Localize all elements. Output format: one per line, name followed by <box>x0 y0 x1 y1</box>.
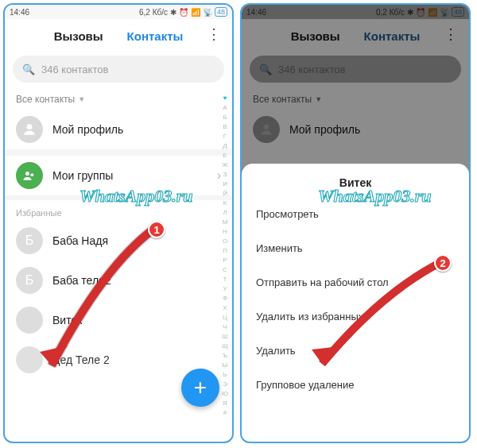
menu-remove-favorite[interactable]: Удалить из избранных <box>242 299 469 334</box>
contact-name: Дед Теле 2 <box>52 353 221 366</box>
tab-contacts[interactable]: Контакты <box>127 29 184 43</box>
phone-left: 14:46 6,2 Кб/с ✱ ⏰ 📶 📡 48 Вызовы Контакт… <box>3 3 234 443</box>
battery-icon: 48 <box>215 7 227 17</box>
phone-right: 14:46 0,2 Кб/с ✱ ⏰ 📶 📡 48 Вызовы Контакт… <box>240 3 471 443</box>
wifi-icon: 📡 <box>203 8 212 17</box>
contact-name: Баба теле2 <box>52 274 221 287</box>
section-favorites: Избранные <box>5 200 232 221</box>
my-groups-row[interactable]: Мои группы › <box>5 156 232 195</box>
svg-point-1 <box>25 172 29 176</box>
status-bar: 14:46 6,2 Кб/с ✱ ⏰ 📶 📡 48 <box>5 5 232 19</box>
search-placeholder: 346 контактов <box>41 64 108 75</box>
add-contact-fab[interactable]: + <box>181 369 219 407</box>
contact-row[interactable]: Витек <box>5 300 232 340</box>
clock: 14:46 <box>10 8 29 17</box>
menu-view[interactable]: Просмотреть <box>242 197 469 231</box>
tab-bar: Вызовы Контакты ⋮ <box>5 19 232 52</box>
menu-delete[interactable]: Удалить <box>242 334 469 368</box>
my-groups-label: Мои группы <box>52 169 207 182</box>
avatar-photo <box>16 307 43 334</box>
net-speed: 6,2 Кб/с <box>139 8 168 17</box>
plus-icon: + <box>194 375 207 400</box>
menu-group-delete[interactable]: Групповое удаление <box>242 368 469 402</box>
person-icon <box>16 116 43 143</box>
bluetooth-icon: ✱ <box>170 8 176 17</box>
filter-label: Все контакты <box>16 94 75 105</box>
sheet-title: Витек <box>242 172 469 197</box>
group-icon <box>16 162 43 189</box>
avatar-initial: Б <box>16 267 43 294</box>
contact-name: Баба Надя <box>52 234 221 247</box>
annotation-badge-1: 1 <box>148 221 165 238</box>
svg-point-0 <box>27 124 33 129</box>
contacts-filter[interactable]: Все контакты ▼ <box>5 89 232 110</box>
menu-send-to-desktop[interactable]: Отправить на рабочий стол <box>242 265 469 299</box>
heart-icon: ♥ <box>220 94 230 103</box>
signal-icon: 📶 <box>191 8 200 17</box>
more-menu-icon[interactable]: ⋮ <box>207 27 221 41</box>
chevron-down-icon: ▼ <box>78 95 85 103</box>
search-input[interactable]: 🔍 346 контактов <box>13 56 224 83</box>
contact-row[interactable]: Б Баба Надя <box>5 221 232 261</box>
annotation-badge-2: 2 <box>434 254 452 272</box>
context-menu-sheet: Витек Просмотреть Изменить Отправить на … <box>242 164 469 442</box>
index-scroller[interactable]: ♥ АБВГДЕЖЗИЙКЛМНОПРСТУФХЦЧШЩЪЫЬЭЮЯ# <box>220 94 230 434</box>
contact-row[interactable]: Б Баба теле2 <box>5 261 232 300</box>
tab-calls[interactable]: Вызовы <box>54 29 103 43</box>
contact-name: Витек <box>52 314 221 326</box>
search-icon: 🔍 <box>22 64 35 75</box>
avatar-photo <box>16 346 43 373</box>
svg-point-2 <box>30 173 33 176</box>
my-profile-row[interactable]: Мой профиль <box>5 110 232 149</box>
my-profile-label: Мой профиль <box>52 123 221 136</box>
avatar-initial: Б <box>16 227 43 254</box>
alarm-icon: ⏰ <box>179 8 188 17</box>
